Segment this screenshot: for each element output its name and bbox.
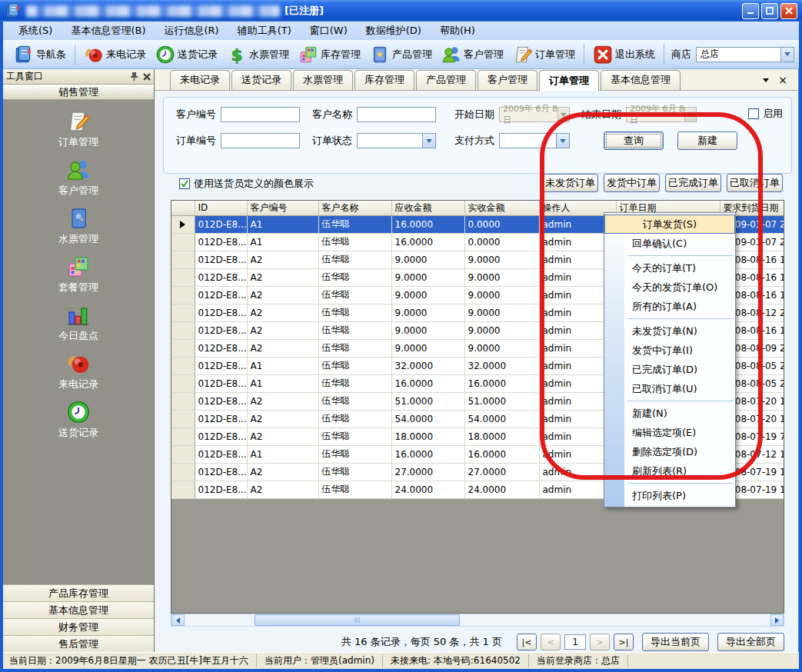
color-checkbox[interactable] — [179, 178, 190, 189]
tab[interactable]: 订单管理 — [539, 70, 599, 91]
grid-column-header[interactable]: ID — [195, 201, 247, 215]
customer-name-input[interactable] — [357, 107, 436, 122]
context-menu-item[interactable]: 打印列表(P) — [604, 486, 735, 505]
row-selector-cell[interactable] — [171, 304, 195, 321]
page-number-input[interactable] — [564, 634, 586, 650]
menu-item[interactable]: 窗口(W) — [301, 22, 357, 39]
menu-item[interactable]: 系统(S) — [9, 22, 62, 39]
row-selector-cell[interactable] — [171, 481, 195, 498]
tab-close-icon[interactable]: × — [778, 75, 787, 85]
toolbar-button[interactable]: 客户管理 — [437, 42, 508, 67]
tab[interactable]: 基本信息管理 — [601, 70, 681, 90]
status-filter-button[interactable]: 已取消订单 — [727, 174, 783, 192]
customer-code-input[interactable] — [221, 107, 300, 122]
row-selector-cell[interactable] — [171, 374, 195, 392]
end-date-picker[interactable]: 2009年 6月 8日 — [626, 107, 697, 122]
row-selector-cell[interactable] — [171, 410, 195, 427]
start-date-dropdown-button[interactable] — [557, 108, 569, 121]
tab[interactable]: 库存管理 — [354, 70, 414, 90]
tab[interactable]: 产品管理 — [416, 70, 476, 90]
context-menu-item[interactable]: 已完成订单(D) — [604, 360, 735, 379]
context-menu-item[interactable]: 所有的订单(A) — [604, 297, 735, 316]
toolbar-button[interactable]: 订单管理 — [508, 42, 580, 67]
pay-method-select[interactable] — [499, 133, 570, 148]
toolbar-button[interactable]: 库存管理 — [294, 42, 365, 67]
toolbar-button[interactable]: 产品管理 — [365, 42, 437, 67]
status-filter-button[interactable]: 未发货订单 — [542, 174, 598, 192]
grid-column-header[interactable] — [171, 201, 195, 215]
context-menu-item[interactable]: 编辑选定项(E) — [604, 423, 735, 442]
row-selector-cell[interactable] — [171, 233, 195, 251]
last-page-button[interactable]: >| — [614, 634, 634, 650]
toolbar-button[interactable]: 送货记录 — [151, 42, 222, 67]
sidebar-section[interactable]: 基本信息管理 — [3, 601, 154, 618]
context-menu-item[interactable]: 刷新列表(R) — [604, 461, 735, 481]
tab-list-chevron-down-icon[interactable] — [763, 78, 769, 82]
sidebar-item[interactable]: 客户管理 — [3, 153, 154, 201]
context-menu-item[interactable]: 删除选定项(D) — [604, 442, 735, 461]
scroll-left-button[interactable] — [171, 614, 185, 626]
row-selector-cell[interactable] — [171, 268, 195, 286]
new-button[interactable]: 新建 — [677, 131, 737, 150]
status-filter-button[interactable]: 发货中订单 — [604, 174, 660, 192]
order-status-select[interactable] — [357, 133, 436, 148]
horizontal-scrollbar[interactable] — [171, 614, 784, 627]
context-menu-item[interactable]: 已取消订单(U) — [604, 379, 735, 398]
sidebar-section-header[interactable]: 销售管理 — [3, 85, 154, 100]
row-selector-cell[interactable] — [171, 463, 195, 481]
context-menu-item[interactable]: 回单确认(C) — [604, 234, 735, 253]
grid-column-header[interactable]: 客户编号 — [247, 201, 318, 215]
toolbar-button[interactable]: 水票管理 — [222, 42, 294, 67]
row-selector-cell[interactable] — [171, 445, 195, 463]
close-button[interactable] — [780, 3, 797, 19]
close-icon[interactable] — [143, 73, 151, 81]
menu-item[interactable]: 数据维护(D) — [357, 22, 431, 39]
shop-combobox[interactable]: 总店 — [696, 47, 794, 62]
minimize-button[interactable] — [742, 3, 759, 19]
menu-item[interactable]: 运行信息(R) — [155, 22, 228, 39]
status-filter-button[interactable]: 已完成订单 — [665, 174, 721, 192]
scrollbar-track[interactable] — [185, 614, 770, 626]
context-menu-item[interactable]: 未发货订单(N) — [604, 321, 735, 341]
scroll-right-button[interactable] — [770, 614, 784, 626]
menu-item[interactable]: 辅助工具(T) — [228, 22, 301, 39]
menu-item[interactable]: 基本信息管理(B) — [62, 22, 155, 39]
row-selector-cell[interactable] — [171, 251, 195, 268]
row-selector-cell[interactable] — [171, 392, 195, 410]
context-menu-item[interactable]: 今天的发货订单(O) — [604, 278, 735, 297]
row-selector-cell[interactable] — [171, 286, 195, 304]
pay-method-dropdown-button[interactable] — [556, 134, 569, 148]
toolbar-button[interactable]: 退出系统 — [588, 42, 660, 67]
row-selector-cell[interactable] — [171, 357, 195, 374]
tab[interactable]: 送货记录 — [231, 70, 291, 90]
sidebar-section[interactable]: 财务管理 — [3, 618, 154, 635]
grid-column-header[interactable]: 应收金额 — [391, 201, 464, 215]
end-date-dropdown-button[interactable] — [684, 108, 696, 121]
enable-checkbox[interactable] — [748, 108, 759, 119]
order-status-dropdown-button[interactable] — [422, 134, 435, 148]
export-all-pages-button[interactable]: 导出全部页 — [717, 633, 784, 651]
sidebar-section[interactable]: 产品库存管理 — [3, 584, 154, 601]
sidebar-item[interactable]: 今日盘点 — [3, 298, 154, 347]
sidebar-section[interactable]: 售后管理 — [3, 635, 154, 652]
toolbar-button[interactable]: 导航条 — [9, 42, 71, 67]
export-current-page-button[interactable]: 导出当前页 — [642, 633, 709, 651]
grid-column-header[interactable]: 客户名称 — [318, 201, 391, 215]
shop-combo-button[interactable] — [780, 48, 794, 62]
context-menu-item[interactable]: 新建(N) — [604, 404, 735, 423]
row-selector-cell[interactable] — [171, 427, 195, 445]
row-selector-cell[interactable] — [171, 215, 195, 233]
order-code-input[interactable] — [221, 133, 300, 148]
tab[interactable]: 来电记录 — [170, 70, 230, 90]
context-menu-item[interactable]: 订单发货(S) — [604, 215, 735, 234]
pin-icon[interactable] — [130, 72, 138, 82]
next-page-button[interactable]: > — [590, 634, 610, 650]
sidebar-item[interactable]: 水票管理 — [3, 201, 154, 250]
sidebar-item[interactable]: 来电记录 — [3, 347, 154, 395]
first-page-button[interactable]: |< — [517, 634, 537, 650]
grid-column-header[interactable]: 实收金额 — [464, 201, 539, 215]
prev-page-button[interactable]: < — [541, 634, 561, 650]
toolbar-button[interactable]: 来电记录 — [79, 42, 151, 67]
row-selector-cell[interactable] — [171, 321, 195, 339]
tab[interactable]: 客户管理 — [478, 70, 537, 90]
